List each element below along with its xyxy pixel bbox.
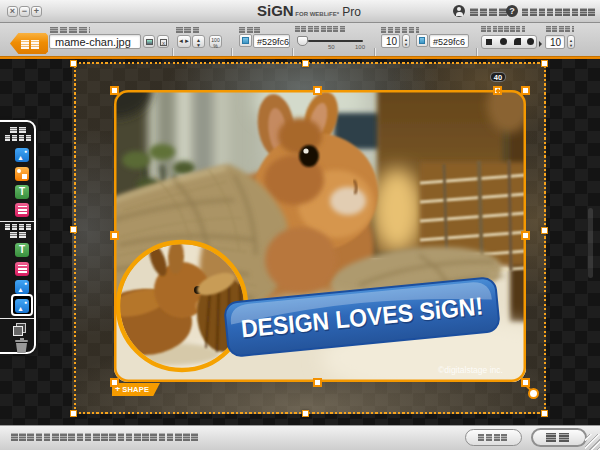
svg-text:©digitalstage inc.: ©digitalstage inc. (438, 365, 503, 375)
